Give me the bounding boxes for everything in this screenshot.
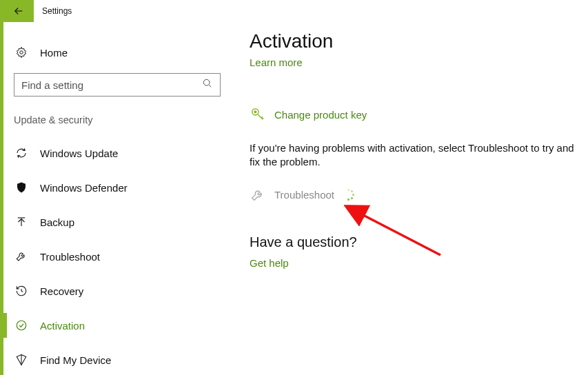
sidebar-item-label: Windows Defender — [40, 182, 128, 194]
loading-spinner-icon — [343, 189, 355, 201]
learn-more-link[interactable]: Learn more — [250, 57, 581, 68]
svg-point-0 — [20, 51, 23, 54]
sidebar-item-find-my-device[interactable]: Find My Device — [14, 345, 227, 375]
troubleshoot-description: If you're having problems with activatio… — [250, 141, 580, 170]
history-icon — [14, 285, 29, 297]
wrench-icon — [14, 250, 29, 263]
troubleshoot-action: Troubleshoot — [250, 188, 581, 203]
sidebar-item-troubleshoot[interactable]: Troubleshoot — [14, 241, 227, 272]
arrow-left-icon — [12, 5, 25, 17]
gear-icon — [14, 46, 29, 59]
have-a-question-heading: Have a question? — [250, 234, 581, 250]
sidebar-item-label: Troubleshoot — [40, 251, 100, 263]
sidebar-item-label: Backup — [40, 216, 74, 228]
window-title: Settings — [42, 6, 72, 16]
sidebar-item-recovery[interactable]: Recovery — [14, 276, 227, 306]
svg-point-4 — [254, 111, 256, 113]
shield-icon — [14, 181, 29, 194]
svg-point-2 — [17, 321, 26, 330]
sidebar-item-label: Activation — [40, 320, 85, 332]
change-product-key-link[interactable]: Change product key — [250, 107, 581, 122]
sidebar-item-windows-defender[interactable]: Windows Defender — [14, 172, 227, 203]
search-icon — [202, 78, 213, 92]
sidebar-item-label: Windows Update — [40, 148, 118, 159]
sync-icon — [14, 147, 29, 159]
sidebar-item-backup[interactable]: Backup — [14, 207, 227, 237]
back-button[interactable] — [3, 0, 34, 22]
sidebar-item-label: Find My Device — [40, 354, 111, 366]
svg-point-1 — [203, 79, 210, 85]
home-label: Home — [40, 47, 68, 59]
sidebar-item-windows-update[interactable]: Windows Update — [14, 138, 227, 168]
main-content: Activation Learn more Change product key… — [250, 30, 581, 269]
page-title: Activation — [250, 30, 581, 52]
change-product-key-label: Change product key — [274, 109, 367, 121]
category-header: Update & security — [14, 114, 227, 125]
get-help-link[interactable]: Get help — [250, 257, 581, 269]
titlebar: Settings — [3, 0, 72, 22]
location-icon — [14, 354, 29, 366]
home-nav[interactable]: Home — [14, 39, 227, 66]
check-circle-icon — [14, 319, 29, 332]
search-box[interactable] — [14, 73, 221, 97]
wrench-icon — [250, 188, 266, 203]
key-icon — [250, 107, 266, 122]
troubleshoot-label: Troubleshoot — [274, 189, 334, 201]
arrow-up-icon — [14, 216, 29, 228]
sidebar-item-activation[interactable]: Activation — [14, 310, 227, 341]
sidebar: Home Update & security Windows Update Wi… — [14, 39, 227, 375]
sidebar-item-label: Recovery — [40, 285, 83, 297]
search-input[interactable] — [21, 79, 202, 91]
